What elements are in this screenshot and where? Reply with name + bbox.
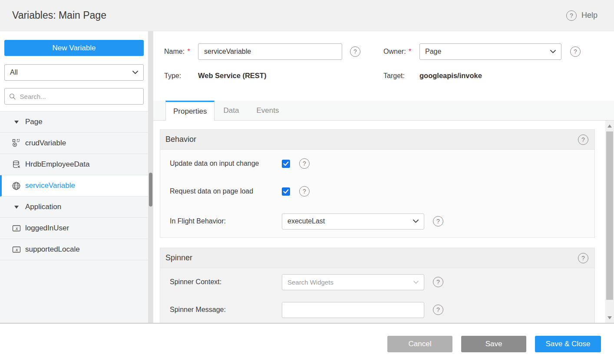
variable-label: HrdbEmployeeData [25,160,89,169]
spinner-section-title: Spinner [165,253,192,262]
sidebar-item-servicevariable[interactable]: serviceVariable [0,175,153,197]
save-button[interactable]: Save [461,336,526,352]
dialog-header: Variables: Main Page ? Help [0,0,614,31]
variable-label: crudVariable [25,139,66,148]
scroll-up-arrow-icon[interactable] [607,125,612,128]
target-label: Target: [383,72,419,80]
properties-tab-content: Behavior ? Update data on input change ? [153,121,614,323]
spinner-message-help-icon[interactable]: ? [433,305,443,315]
variable-search-box [4,88,144,105]
name-label: Name: * [164,48,198,56]
triangle-down-icon [12,206,21,209]
variable-icon: x [12,245,21,254]
sidebar-scrollbar-thumb[interactable] [149,173,152,207]
sidebar-item-hrdbemployeedata[interactable]: HrdbEmployeeData [0,154,153,175]
in-flight-selected-value: executeLast [287,217,325,225]
chevron-down-icon [413,281,419,284]
save-close-button[interactable]: Save & Close [535,336,601,352]
tab-data[interactable]: Data [215,101,248,120]
in-flight-select[interactable]: executeLast [282,213,424,230]
svg-text:x: x [15,247,18,252]
behavior-section-title: Behavior [165,135,196,144]
variable-icon: x [12,224,21,233]
tab-properties[interactable]: Properties [165,101,215,121]
update-data-checkbox[interactable] [282,160,290,168]
update-data-label: Update data on input change [170,160,282,167]
spinner-message-input[interactable] [282,302,424,318]
svg-text:x: x [15,226,18,231]
spinner-context-select[interactable]: Search Widgets [282,274,424,290]
variable-summary-form: Name: * ? Owner: * Page ? [153,31,614,101]
request-data-help-icon[interactable]: ? [299,186,310,197]
database-icon [12,160,21,169]
chevron-down-icon [132,71,138,74]
in-flight-label: In Flight Behavior: [170,217,282,225]
crud-icon [12,139,21,148]
type-value: Web Service (REST) [198,72,266,80]
search-icon [9,93,16,100]
group-label: Page [25,118,43,126]
behavior-section-header: Behavior ? [160,130,594,150]
help-label: Help [581,11,597,20]
sidebar-item-loggedinuser[interactable]: x loggedInUser [0,218,153,239]
variables-sidebar: New Variable All [0,31,153,323]
cancel-button[interactable]: Cancel [387,336,452,352]
sidebar-group-application[interactable]: Application [0,197,153,218]
variable-label: loggedInUser [25,224,69,233]
name-input[interactable] [198,43,342,60]
variable-list: Page crudVariable [0,111,153,260]
spinner-help-icon[interactable]: ? [578,253,588,263]
new-variable-button[interactable]: New Variable [4,40,144,56]
behavior-help-icon[interactable]: ? [578,134,588,145]
spinner-context-help-icon[interactable]: ? [433,277,443,287]
dialog-footer: Cancel Save Save & Close [0,323,614,364]
search-input[interactable] [20,93,139,100]
content-scrollbar-thumb[interactable] [606,131,613,300]
request-data-checkbox[interactable] [282,187,290,196]
detail-tabbar: Properties Data Events [153,101,614,121]
group-label: Application [25,203,61,211]
sidebar-scrollbar[interactable] [148,31,153,323]
spinner-context-label: Spinner Context: [170,278,282,286]
content-scrollbar[interactable] [605,121,614,323]
owner-label: Owner: * [383,48,419,56]
variable-label: serviceVariable [25,181,75,190]
spinner-section: Spinner ? Spinner Context: Search Widget… [160,248,595,323]
update-data-help-icon[interactable]: ? [299,158,310,169]
globe-icon [12,181,21,190]
check-icon [283,189,289,194]
triangle-down-icon [12,121,21,124]
variable-label: supportedLocale [25,245,80,254]
variable-detail-panel: Name: * ? Owner: * Page ? [153,31,614,323]
check-icon [283,161,289,166]
variable-filter-select[interactable]: All [4,64,144,81]
target-value: googleapis/invoke [419,72,482,80]
name-help-icon[interactable]: ? [350,46,360,57]
filter-selected-value: All [10,69,18,76]
scroll-down-arrow-icon[interactable] [607,316,612,319]
owner-selected-value: Page [425,48,441,56]
page-title: Variables: Main Page [12,10,106,21]
help-button[interactable]: ? Help [566,10,597,21]
help-question-icon: ? [566,10,577,21]
variables-dialog: Variables: Main Page ? Help New Variable… [0,0,614,364]
spinner-section-header: Spinner ? [160,248,594,268]
behavior-section: Behavior ? Update data on input change ? [160,129,595,238]
chevron-down-icon [413,220,419,223]
required-asterisk: * [188,48,190,55]
type-label: Type: [164,72,198,80]
sidebar-group-page[interactable]: Page [0,111,153,133]
request-data-label: Request data on page load [170,187,282,195]
sidebar-filler [0,260,153,323]
chevron-down-icon [550,50,556,53]
owner-select[interactable]: Page [419,43,561,60]
sidebar-item-supportedlocale[interactable]: x supportedLocale [0,239,153,260]
tab-events[interactable]: Events [248,101,287,120]
sidebar-item-crudvariable[interactable]: crudVariable [0,133,153,154]
required-asterisk: * [409,48,411,55]
spinner-context-placeholder: Search Widgets [287,279,333,286]
in-flight-help-icon[interactable]: ? [433,216,443,226]
owner-help-icon[interactable]: ? [570,46,581,57]
spinner-message-label: Spinner Message: [170,306,282,314]
